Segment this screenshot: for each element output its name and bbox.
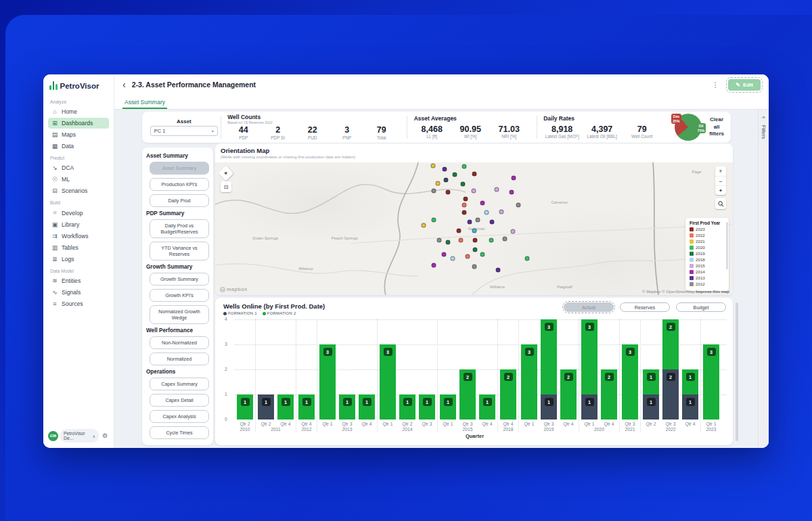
- well-map-point[interactable]: [431, 263, 436, 268]
- sidebar-item-home[interactable]: ⌂Home: [48, 106, 109, 117]
- compass-icon[interactable]: ✦: [715, 185, 726, 195]
- sidebar-item-develop[interactable]: ⌗Develop: [48, 207, 109, 219]
- sidebar-item-workflows[interactable]: ⇉Workflows: [48, 231, 109, 242]
- well-map-point[interactable]: [461, 210, 466, 214]
- vertical-scrollbar[interactable]: [736, 302, 738, 441]
- well-map-point[interactable]: [471, 188, 476, 193]
- nav-button-normalized-growth-wedge[interactable]: Normalized Growth Wedge: [150, 305, 209, 324]
- user-menu[interactable]: PetroVisor De... ∧: [60, 429, 99, 443]
- bar-qtr-4-2012[interactable]: 1: [298, 394, 315, 420]
- zoom-in-icon[interactable]: +: [715, 166, 726, 176]
- well-map-point[interactable]: [446, 240, 451, 245]
- well-map-point[interactable]: [457, 229, 461, 233]
- nav-button-capex-summary[interactable]: Capex Summary: [150, 378, 209, 390]
- chart-button-budget[interactable]: Budget: [676, 302, 726, 312]
- well-map-point[interactable]: [453, 173, 457, 177]
- legend-item-2015[interactable]: 2015: [690, 263, 727, 269]
- nav-button-normalized[interactable]: Normalized: [150, 353, 209, 365]
- nav-button-daily-prod-vs-budget-reserves[interactable]: Daily Prod vs Budget/Reserves: [150, 219, 209, 238]
- avatar[interactable]: GM: [48, 431, 58, 441]
- bar-qtr-4-2015[interactable]: 1: [479, 394, 495, 420]
- bar-qtr-3-2014[interactable]: 1: [419, 394, 435, 420]
- bar-qtr-4-2018[interactable]: 2: [500, 369, 516, 420]
- bar-qtr-1-2013[interactable]: 3: [319, 344, 336, 420]
- well-map-point[interactable]: [468, 219, 472, 224]
- well-map-point[interactable]: [464, 197, 468, 202]
- well-map-point[interactable]: [499, 209, 504, 214]
- well-map-point[interactable]: [473, 247, 478, 252]
- sidebar-item-signals[interactable]: ∿Signals: [48, 287, 109, 298]
- expand-panel-icon[interactable]: «: [762, 114, 765, 120]
- well-map-point[interactable]: [460, 181, 465, 186]
- sidebar-item-dashboards[interactable]: ⊞Dashboards: [48, 118, 109, 129]
- legend-item-2022[interactable]: 2022: [690, 233, 727, 239]
- well-map-point[interactable]: [442, 252, 447, 256]
- sidebar-item-maps[interactable]: ▤Maps: [48, 129, 109, 140]
- bar-qtr-4-2011[interactable]: 1: [277, 394, 294, 420]
- legend-item-2023[interactable]: 2023: [690, 227, 727, 233]
- well-map-point[interactable]: [480, 252, 484, 256]
- well-map-point[interactable]: [489, 238, 493, 243]
- sidebar-item-tables[interactable]: ▥Tables: [48, 242, 109, 253]
- well-map-point[interactable]: [525, 256, 530, 260]
- well-map-point[interactable]: [437, 238, 442, 243]
- search-area-icon[interactable]: [715, 198, 726, 209]
- legend-item-2018[interactable]: 2018: [690, 257, 727, 263]
- well-map-point[interactable]: [490, 219, 495, 224]
- bar-qtr-3-2013[interactable]: 1: [339, 394, 355, 420]
- nav-button-production-kpi-s[interactable]: Production KPI's: [150, 178, 209, 191]
- chart-button-actual[interactable]: Actual: [564, 302, 614, 312]
- sidebar-item-entities[interactable]: ≋Entities: [48, 275, 109, 286]
- well-map-point[interactable]: [431, 217, 436, 222]
- well-map-point[interactable]: [510, 189, 514, 194]
- legend-scrollbar[interactable]: [726, 222, 728, 269]
- well-map-point[interactable]: [472, 172, 477, 177]
- locate-icon[interactable]: ➤: [219, 166, 234, 181]
- well-map-point[interactable]: [472, 229, 477, 233]
- bar-qtr-3-2019[interactable]: 31: [541, 319, 557, 420]
- well-map-point[interactable]: [444, 178, 449, 183]
- kebab-menu-icon[interactable]: ⋮: [712, 81, 719, 89]
- bar-qtr-4-2013[interactable]: 1: [359, 394, 375, 420]
- well-map-point[interactable]: [431, 164, 436, 168]
- bar-qtr-1-2023[interactable]: 3: [703, 344, 719, 420]
- bar-qtr-2-2022[interactable]: 11: [643, 369, 659, 420]
- well-map-point[interactable]: [451, 256, 455, 260]
- filters-panel-label[interactable]: Filters: [761, 125, 767, 139]
- well-map-point[interactable]: [503, 237, 508, 242]
- well-map-point[interactable]: [473, 238, 478, 243]
- nav-button-ytd-variance-vs-reserves[interactable]: YTD Variance vs Reserves: [150, 242, 209, 260]
- clear-all-filters-button[interactable]: Clear all filters: [708, 116, 725, 137]
- well-map-point[interactable]: [472, 265, 477, 269]
- sidebar-item-data[interactable]: ▦Data: [48, 141, 109, 152]
- sidebar-item-scenarios[interactable]: ⊟Scenarios: [48, 185, 109, 196]
- well-map-point[interactable]: [461, 203, 466, 208]
- legend-item-2012[interactable]: 2012: [690, 281, 727, 288]
- well-map-point[interactable]: [459, 238, 464, 243]
- zoom-out-icon[interactable]: −: [715, 176, 726, 185]
- nav-button-daily-prod[interactable]: Daily Prod: [150, 194, 209, 207]
- sidebar-item-dca[interactable]: ↘DCA: [48, 162, 109, 173]
- bar-qtr-3-2015[interactable]: 2: [459, 369, 476, 420]
- gear-icon[interactable]: ⚙: [101, 432, 109, 440]
- edit-button[interactable]: ✎ Edit: [728, 79, 761, 91]
- tab-asset-summary[interactable]: Asset Summary: [122, 96, 167, 109]
- improve-map-link[interactable]: Improve this map: [696, 290, 729, 294]
- well-map-point[interactable]: [480, 201, 484, 206]
- bar-qtr-4-2020[interactable]: 2: [601, 369, 617, 420]
- well-map-point[interactable]: [422, 223, 426, 227]
- well-map-point[interactable]: [511, 175, 516, 180]
- nav-button-asset-summary[interactable]: Asset Summary: [150, 162, 209, 175]
- bar-qtr-2-2010[interactable]: 1: [237, 394, 253, 420]
- bar-qtr-2-2011[interactable]: 1: [258, 394, 274, 420]
- well-map-point[interactable]: [431, 188, 436, 193]
- well-map-point[interactable]: [516, 203, 521, 208]
- sidebar-item-ml[interactable]: ☉ML: [48, 174, 109, 185]
- legend-item-2014[interactable]: 2014: [690, 269, 727, 275]
- bar-qtr-4-2019[interactable]: 2: [560, 369, 577, 420]
- bar-qtr-1-2015[interactable]: 1: [440, 394, 456, 420]
- well-map-point[interactable]: [466, 254, 470, 258]
- bar-qtr-3-2021[interactable]: 3: [622, 344, 638, 420]
- bar-qtr-3-2022[interactable]: 22: [662, 319, 679, 420]
- nav-button-growth-kpi-s[interactable]: Growth KPI's: [150, 289, 209, 302]
